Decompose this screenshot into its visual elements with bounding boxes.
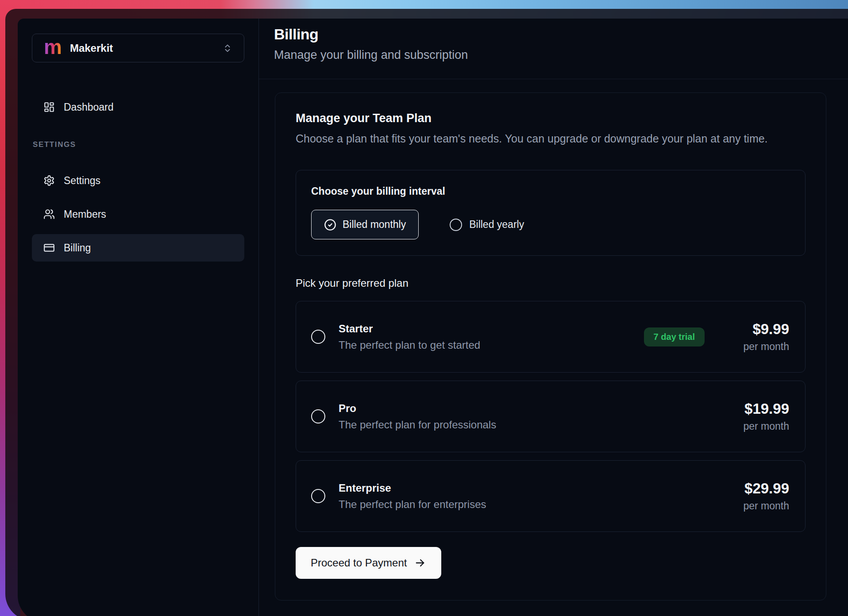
sidebar-item-label: Dashboard xyxy=(64,101,114,113)
plan-info: Starter The perfect plan to get started xyxy=(339,323,480,351)
plan-info: Pro The perfect plan for professionals xyxy=(339,402,496,431)
plan-price: $9.99 xyxy=(729,321,789,338)
plan-row-enterprise[interactable]: Enterprise The perfect plan for enterpri… xyxy=(296,460,806,532)
check-circle-icon xyxy=(324,219,336,231)
sidebar-item-dashboard[interactable]: Dashboard xyxy=(32,93,244,121)
plan-info: Enterprise The perfect plan for enterpri… xyxy=(339,482,486,511)
plan-price: $29.99 xyxy=(729,480,789,497)
gear-icon xyxy=(43,175,55,186)
plan-radio-pro[interactable] xyxy=(311,409,325,424)
app-window: m Makerkit Dashboard SETTINGS Settings xyxy=(18,19,848,616)
billing-interval-options: Billed monthly Billed yearly xyxy=(311,210,790,239)
page-subtitle: Manage your billing and subscription xyxy=(274,48,848,62)
radio-circle-icon xyxy=(450,219,462,231)
team-plan-title: Manage your Team Plan xyxy=(296,112,806,125)
sidebar-nav: Dashboard SETTINGS Settings Members xyxy=(32,93,244,262)
plan-row-pro[interactable]: Pro The perfect plan for professionals $… xyxy=(296,381,806,452)
billing-interval-label: Choose your billing interval xyxy=(311,185,790,197)
billed-yearly-option[interactable]: Billed yearly xyxy=(450,219,524,231)
proceed-to-payment-button[interactable]: Proceed to Payment xyxy=(296,547,441,579)
plan-price: $19.99 xyxy=(729,400,789,417)
plan-period: per month xyxy=(729,341,789,353)
page-title: Billing xyxy=(274,26,848,43)
credit-card-icon xyxy=(43,242,55,254)
billed-monthly-label: Billed monthly xyxy=(343,219,406,231)
main-content: Billing Manage your billing and subscrip… xyxy=(259,19,848,616)
page-body: Manage your Team Plan Choose a plan that… xyxy=(259,79,848,601)
plan-description: The perfect plan to get started xyxy=(339,339,480,351)
plan-period: per month xyxy=(729,500,789,512)
plan-price-block: $9.99 per month xyxy=(729,321,789,353)
workspace-selector[interactable]: m Makerkit xyxy=(32,34,244,62)
plan-row-starter[interactable]: Starter The perfect plan to get started … xyxy=(296,301,806,373)
chevrons-up-down-icon xyxy=(223,43,232,53)
trial-badge: 7 day trial xyxy=(644,327,705,346)
sidebar-item-settings[interactable]: Settings xyxy=(32,167,244,194)
plan-price-block: $19.99 per month xyxy=(729,400,789,432)
plan-name: Starter xyxy=(339,323,480,335)
makerkit-logo-icon: m xyxy=(44,37,62,57)
sidebar-section-settings: SETTINGS xyxy=(32,140,244,149)
plan-radio-starter[interactable] xyxy=(311,330,325,344)
users-icon xyxy=(43,208,55,220)
sidebar-settings-group: Settings Members Billing xyxy=(32,167,244,262)
plan-name: Enterprise xyxy=(339,482,486,494)
sidebar-item-billing[interactable]: Billing xyxy=(32,234,244,262)
plan-description: The perfect plan for professionals xyxy=(339,419,496,431)
team-plan-description: Choose a plan that fits your team's need… xyxy=(296,132,806,145)
proceed-to-payment-label: Proceed to Payment xyxy=(311,557,407,569)
team-plan-card: Manage your Team Plan Choose a plan that… xyxy=(275,92,826,601)
dashboard-icon xyxy=(43,101,55,113)
billing-interval-box: Choose your billing interval Billed mont… xyxy=(296,170,806,256)
billed-yearly-label: Billed yearly xyxy=(469,219,524,231)
sidebar: m Makerkit Dashboard SETTINGS Settings xyxy=(18,19,259,616)
workspace-name: Makerkit xyxy=(70,42,113,54)
plan-description: The perfect plan for enterprises xyxy=(339,498,486,511)
plan-price-block: $29.99 per month xyxy=(729,480,789,512)
billed-monthly-option[interactable]: Billed monthly xyxy=(311,210,419,239)
sidebar-item-label: Billing xyxy=(64,242,91,254)
plan-name: Pro xyxy=(339,402,496,415)
plan-period: per month xyxy=(729,420,789,432)
arrow-right-icon xyxy=(414,557,426,569)
sidebar-item-members[interactable]: Members xyxy=(32,200,244,228)
plans-list: Starter The perfect plan to get started … xyxy=(296,301,806,532)
sidebar-item-label: Members xyxy=(64,208,106,220)
plan-radio-enterprise[interactable] xyxy=(311,489,325,503)
sidebar-item-label: Settings xyxy=(64,175,100,187)
pick-plan-label: Pick your preferred plan xyxy=(296,277,806,289)
page-header: Billing Manage your billing and subscrip… xyxy=(259,19,848,79)
